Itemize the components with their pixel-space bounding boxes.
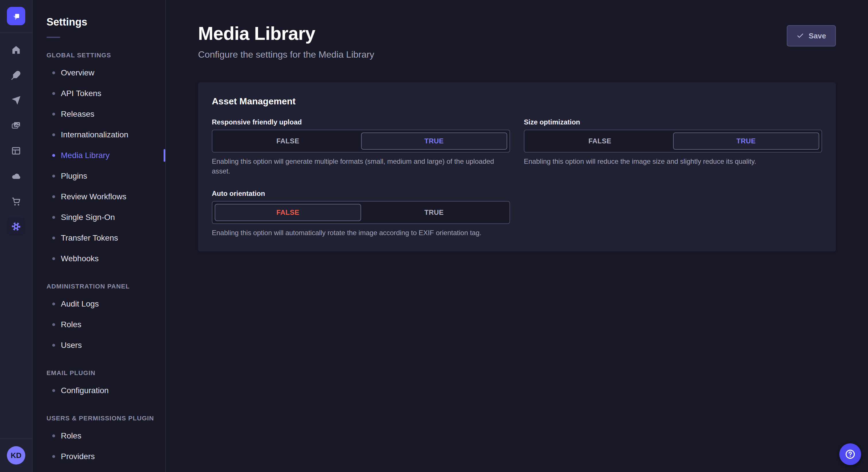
section-global-settings: GLOBAL SETTINGS Overview API Tokens Rele…: [46, 52, 165, 269]
main-content: Media Library Configure the settings for…: [166, 0, 868, 472]
home-icon[interactable]: [7, 41, 25, 59]
sidebar-item-audit-logs[interactable]: Audit Logs: [46, 294, 165, 314]
field-responsive-friendly-upload: Responsive friendly upload FALSE TRUE En…: [212, 118, 510, 176]
bullet-icon: [52, 195, 55, 198]
bullet-icon: [52, 344, 55, 347]
field-auto-orientation: Auto orientation FALSE TRUE Enabling thi…: [212, 190, 510, 238]
bullet-icon: [52, 237, 55, 239]
section-email-plugin: EMAIL PLUGIN Configuration: [46, 369, 165, 401]
bullet-icon: [52, 71, 55, 74]
sidebar-item-admin-roles[interactable]: Roles: [46, 314, 165, 335]
rail-divider: [0, 438, 32, 439]
field-hint: Enabling this option will generate multi…: [212, 157, 510, 176]
bullet-icon: [52, 303, 55, 305]
gear-icon[interactable]: [7, 217, 25, 236]
sidebar-item-media-library[interactable]: Media Library: [46, 145, 165, 166]
page-title: Media Library: [198, 23, 374, 44]
bullet-icon: [52, 323, 55, 326]
bullet-icon: [52, 389, 55, 392]
sidebar-item-email-configuration[interactable]: Configuration: [46, 380, 165, 401]
card-title: Asset Management: [212, 96, 822, 107]
page-header: Media Library Configure the settings for…: [198, 0, 836, 60]
section-label: GLOBAL SETTINGS: [46, 52, 165, 59]
question-mark-icon: [844, 448, 856, 460]
feather-icon[interactable]: [7, 66, 25, 84]
sidebar-item-plugins[interactable]: Plugins: [46, 166, 165, 187]
toggle-option-true[interactable]: TRUE: [361, 204, 507, 221]
sidebar-item-review-workflows[interactable]: Review Workflows: [46, 187, 165, 207]
bullet-icon: [52, 175, 55, 177]
section-administration-panel: ADMINISTRATION PANEL Audit Logs Roles Us…: [46, 283, 165, 356]
sidebar-item-api-tokens[interactable]: API Tokens: [46, 83, 165, 104]
rail-nav: [7, 41, 25, 236]
strapi-admin-app: KD Settings GLOBAL SETTINGS Overview API…: [0, 0, 868, 472]
bullet-icon: [52, 434, 55, 437]
responsive-friendly-upload-toggle: FALSE TRUE: [212, 130, 510, 153]
field-size-optimization: Size optimization FALSE TRUE Enabling th…: [524, 118, 822, 176]
page-subtitle: Configure the settings for the Media Lib…: [198, 49, 374, 60]
field-label: Size optimization: [524, 118, 822, 126]
bullet-icon: [52, 133, 55, 136]
strapi-logo[interactable]: [7, 7, 25, 25]
bullet-icon: [52, 113, 55, 115]
bullet-icon: [52, 154, 55, 157]
save-button[interactable]: Save: [787, 25, 836, 46]
sidebar-item-admin-users[interactable]: Users: [46, 335, 165, 356]
media-images-icon[interactable]: [7, 116, 25, 135]
section-users-permissions-plugin: USERS & PERMISSIONS PLUGIN Roles Provide…: [46, 415, 165, 467]
toggle-option-true[interactable]: TRUE: [673, 133, 819, 150]
user-avatar[interactable]: KD: [7, 446, 25, 465]
auto-orientation-toggle: FALSE TRUE: [212, 201, 510, 224]
strapi-logo-glyph: [10, 10, 22, 22]
sidebar-item-up-providers[interactable]: Providers: [46, 446, 165, 467]
section-label: EMAIL PLUGIN: [46, 369, 165, 377]
save-button-label: Save: [809, 32, 826, 40]
icon-rail: KD: [0, 0, 33, 472]
toggle-option-false[interactable]: FALSE: [527, 133, 673, 150]
sidebar-item-webhooks[interactable]: Webhooks: [46, 248, 165, 269]
asset-management-card: Asset Management Responsive friendly upl…: [198, 82, 836, 251]
bullet-icon: [52, 216, 55, 219]
bullet-icon: [52, 92, 55, 95]
field-label: Auto orientation: [212, 190, 510, 198]
sidebar-item-internationalization[interactable]: Internationalization: [46, 125, 165, 145]
section-label: USERS & PERMISSIONS PLUGIN: [46, 415, 165, 422]
toggle-option-true[interactable]: TRUE: [361, 133, 507, 150]
field-hint: Enabling this option will reduce the ima…: [524, 157, 822, 166]
rail-divider: [0, 32, 32, 33]
subnav-title: Settings: [46, 16, 165, 28]
field-label: Responsive friendly upload: [212, 118, 510, 126]
page-header-text: Media Library Configure the settings for…: [198, 23, 374, 60]
cloud-icon[interactable]: [7, 167, 25, 185]
bullet-icon: [52, 257, 55, 260]
bullet-icon: [52, 455, 55, 458]
sidebar-item-releases[interactable]: Releases: [46, 104, 165, 125]
settings-subnav: Settings GLOBAL SETTINGS Overview API To…: [33, 0, 166, 472]
cart-icon[interactable]: [7, 192, 25, 210]
sidebar-item-transfer-tokens[interactable]: Transfer Tokens: [46, 228, 165, 248]
sidebar-item-overview[interactable]: Overview: [46, 63, 165, 83]
size-optimization-toggle: FALSE TRUE: [524, 130, 822, 153]
toggle-option-false[interactable]: FALSE: [215, 204, 361, 221]
settings-grid: Responsive friendly upload FALSE TRUE En…: [212, 118, 822, 238]
check-icon: [797, 32, 804, 40]
paper-plane-icon[interactable]: [7, 91, 25, 109]
sidebar-item-single-sign-on[interactable]: Single Sign-On: [46, 207, 165, 228]
rail-bottom: KD: [0, 438, 32, 472]
layout-icon[interactable]: [7, 142, 25, 160]
help-button[interactable]: [839, 443, 861, 465]
field-hint: Enabling this option will automatically …: [212, 228, 510, 238]
section-label: ADMINISTRATION PANEL: [46, 283, 165, 290]
subnav-rule: [46, 37, 60, 38]
sidebar-item-up-roles[interactable]: Roles: [46, 426, 165, 446]
toggle-option-false[interactable]: FALSE: [215, 133, 361, 150]
